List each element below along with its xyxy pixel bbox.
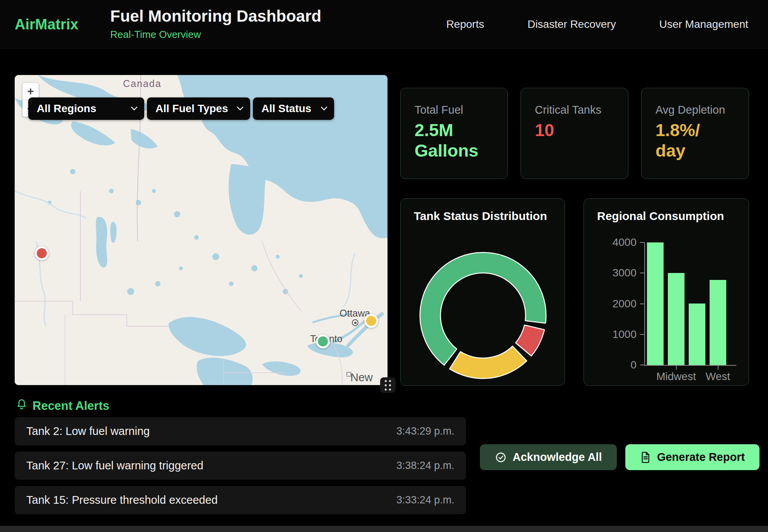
- map-filters: All Regions All Fuel Types All Status: [28, 97, 334, 120]
- stat-card-total-fuel: Total Fuel 2.5MGallons: [400, 88, 508, 179]
- alert-row[interactable]: Tank 2: Low fuel warning 3:43:29 p.m.: [15, 417, 466, 445]
- alert-text: Tank 2: Low fuel warning: [26, 425, 150, 438]
- y-tick-mark: [640, 334, 644, 335]
- status-filter-value: All Status: [261, 102, 311, 115]
- region-filter-dropdown[interactable]: All Regions: [28, 97, 144, 120]
- y-tick-label: 0: [584, 359, 637, 371]
- y-tick-mark: [640, 273, 644, 273]
- stat-value: 2.5MGallons: [415, 120, 478, 161]
- map-marker-layer: [15, 75, 387, 385]
- stat-card-critical-tanks: Critical Tanks 10: [521, 88, 628, 179]
- alert-time: 3:33:24 p.m.: [396, 494, 454, 506]
- check-circle-icon: [495, 452, 507, 463]
- x-tick-label: West: [685, 370, 751, 383]
- alert-text: Tank 27: Low fuel warning triggered: [26, 459, 203, 472]
- map-marker-critical[interactable]: [35, 246, 49, 260]
- header: AirMatrix Fuel Monitoring Dashboard Real…: [0, 0, 768, 49]
- y-tick-label: 1000: [584, 328, 637, 341]
- tank-status-title: Tank Status Distribution: [414, 210, 547, 223]
- x-tick-mark: [718, 366, 719, 370]
- tank-status-chart: [417, 250, 549, 381]
- tank-status-donut: [417, 250, 549, 381]
- page-title: Fuel Monitoring Dashboard: [110, 7, 321, 26]
- map-resize-handle[interactable]: [380, 377, 396, 393]
- map[interactable]: Canada Ottawa Toronto New York + − All R…: [15, 75, 387, 385]
- y-tick-label: 4000: [584, 236, 637, 249]
- alert-time: 3:43:29 p.m.: [396, 425, 454, 437]
- status-filter-dropdown[interactable]: All Status: [253, 97, 334, 120]
- bar-3: [710, 280, 726, 365]
- map-marker-warning[interactable]: [364, 314, 378, 328]
- tank-status-card: Tank Status Distribution: [400, 198, 565, 386]
- regional-consumption-card: Regional Consumption 01000200030004000 M…: [584, 198, 749, 386]
- acknowledge-all-label: Acknowledge All: [513, 451, 602, 464]
- page-subtitle: Real-Time Overview: [110, 29, 201, 41]
- generate-report-button[interactable]: Generate Report: [625, 444, 759, 470]
- stat-value: 1.8%/day: [655, 120, 700, 161]
- bar-plot-area: MidwestWest: [644, 242, 736, 366]
- donut-segment-warning: [450, 346, 527, 379]
- dashboard-root: AirMatrix Fuel Monitoring Dashboard Real…: [0, 0, 768, 532]
- fuel-type-filter-value: All Fuel Types: [155, 102, 228, 115]
- x-tick-mark: [676, 366, 677, 370]
- nav-reports[interactable]: Reports: [446, 18, 484, 31]
- stat-value: 10: [535, 120, 554, 140]
- stat-card-avg-depletion: Avg Depletion 1.8%/day: [641, 88, 749, 179]
- generate-report-label: Generate Report: [657, 451, 745, 464]
- stat-label: Avg Depletion: [655, 104, 725, 116]
- fuel-type-filter-dropdown[interactable]: All Fuel Types: [147, 97, 250, 120]
- acknowledge-all-button[interactable]: Acknowledge All: [480, 444, 617, 470]
- bell-icon: [15, 398, 28, 411]
- donut-segment-critical: [515, 325, 544, 356]
- chevron-down-icon: [131, 107, 137, 111]
- chevron-down-icon: [237, 107, 243, 111]
- brand-logo: AirMatrix: [15, 16, 79, 33]
- bottom-scrollbar[interactable]: [0, 526, 768, 532]
- alert-row[interactable]: Tank 27: Low fuel warning triggered 3:38…: [15, 452, 466, 480]
- bar-0: [647, 242, 664, 365]
- y-tick-label: 3000: [584, 267, 637, 279]
- bar-1: [668, 273, 684, 365]
- stat-label: Total Fuel: [415, 104, 463, 116]
- regional-consumption-title: Regional Consumption: [597, 210, 724, 223]
- bar-2: [689, 304, 705, 365]
- nav-user-management[interactable]: User Management: [659, 18, 748, 31]
- map-marker-normal[interactable]: [316, 334, 330, 348]
- chevron-down-icon: [321, 107, 327, 111]
- y-tick-mark: [640, 365, 644, 365]
- y-tick-mark: [640, 242, 644, 243]
- y-tick-mark: [640, 304, 644, 304]
- y-axis-labels: 01000200030004000: [584, 242, 637, 365]
- y-tick-label: 2000: [584, 298, 637, 310]
- alert-text: Tank 15: Pressure threshold exceeded: [26, 494, 218, 506]
- region-filter-value: All Regions: [37, 102, 96, 115]
- stat-label: Critical Tanks: [535, 104, 601, 116]
- alert-time: 3:38:24 p.m.: [396, 460, 454, 472]
- main-nav: Reports Disaster Recovery User Managemen…: [446, 0, 748, 48]
- alerts-title: Recent Alerts: [32, 399, 109, 413]
- nav-disaster-recovery[interactable]: Disaster Recovery: [527, 18, 616, 31]
- alert-row[interactable]: Tank 15: Pressure threshold exceeded 3:3…: [15, 486, 466, 514]
- document-icon: [640, 452, 651, 463]
